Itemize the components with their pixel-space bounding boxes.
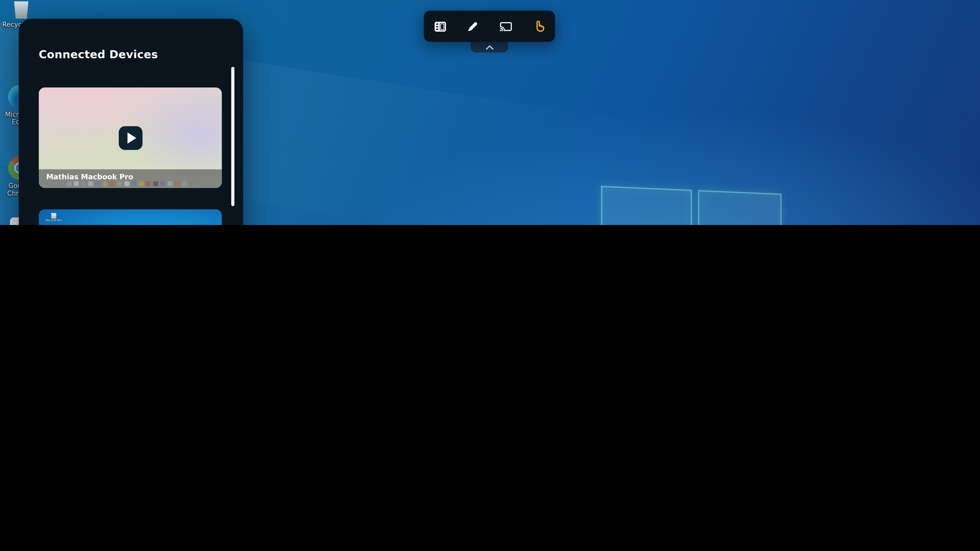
device-name: Mathias Macbook Pro (46, 172, 133, 181)
annotate-button[interactable] (460, 13, 486, 39)
cast-toolbar (424, 11, 555, 42)
device-list: Mathias Macbook Pro Recycle (39, 68, 223, 225)
touch-pointer-icon (531, 19, 546, 34)
macos-dock (46, 181, 215, 187)
windows-logo-pane (601, 186, 692, 225)
windows-thumbnail: Recycle Bin Microsoft Edge Google Chrome… (39, 209, 222, 225)
play-button[interactable] (118, 126, 142, 149)
cast-button[interactable] (493, 13, 519, 39)
panel-scrollbar-thumb[interactable] (231, 67, 234, 206)
chevron-up-icon (485, 44, 493, 50)
cast-icon (499, 19, 513, 33)
layout-panel-icon (433, 19, 447, 33)
device-card-dell-xps[interactable]: Recycle Bin Microsoft Edge Google Chrome… (39, 209, 222, 225)
device-card-macbook[interactable]: Mathias Macbook Pro (39, 87, 222, 188)
windows-logo-pane (698, 190, 781, 225)
toolbar-collapse-tab[interactable] (471, 42, 508, 52)
mini-recycle-icon (51, 213, 56, 219)
layout-panel-button[interactable] (427, 13, 453, 39)
play-icon (127, 132, 136, 143)
touch-pointer-button[interactable] (525, 13, 552, 39)
recycle-bin-icon (13, 1, 29, 19)
pencil-icon (466, 19, 480, 33)
connected-devices-panel: Connected Devices Mathias Macbook Pro (19, 19, 243, 225)
panel-title: Connected Devices (39, 48, 158, 61)
screen: Recycle Bin Microsoft Edge Google Chrome… (0, 0, 980, 225)
mini-icon-label: Recycle Bin (43, 219, 65, 222)
mini-desktop-icons: Recycle Bin Microsoft Edge Google Chrome… (43, 213, 65, 225)
